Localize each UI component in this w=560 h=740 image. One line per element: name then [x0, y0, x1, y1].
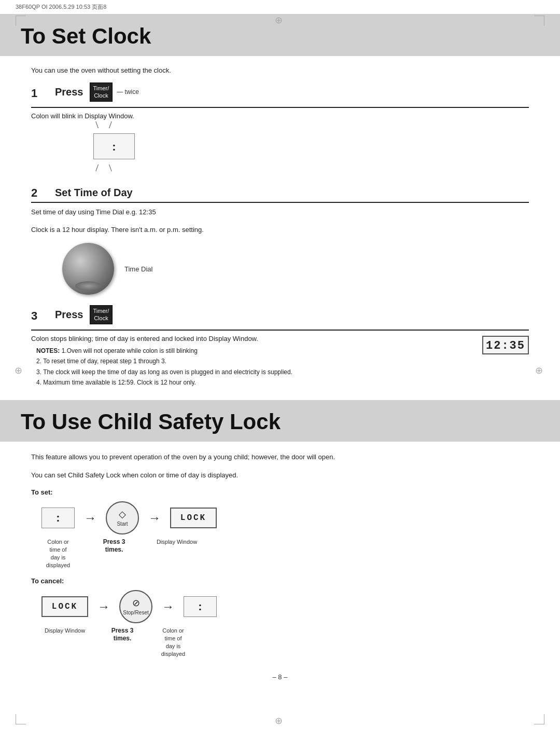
cancel-captions-row: Display Window Press 3 times. Colon or t…: [41, 626, 529, 657]
corner-mark-bl: [16, 714, 26, 724]
intro-text: You can use the oven without setting the…: [31, 66, 529, 74]
stop-reset-button[interactable]: ⊘ Stop/Reset: [119, 590, 152, 623]
timer-clock-line2: Clock: [93, 92, 109, 99]
section2-content: This feature allows you to prevent opera…: [0, 452, 560, 657]
notes-label: NOTES:: [36, 347, 60, 354]
step1-button-area: Timer/ Clock — twice: [90, 83, 139, 102]
corner-mark-tl: [16, 16, 26, 26]
cancel-arrow-2: →: [162, 599, 174, 614]
step2-header: 2 Set Time of Day: [31, 186, 529, 203]
child-lock-intro-1: This feature allows you to prevent opera…: [31, 452, 529, 463]
step1-title: Press: [55, 86, 83, 98]
cancel-caption-1: Display Window: [41, 626, 88, 634]
tick-bl: [95, 164, 99, 171]
cancel-arrow-1: →: [97, 599, 110, 614]
set-display-colon: :: [41, 508, 75, 528]
cancel-caption-colon-1: Colon or time of: [162, 627, 184, 641]
step1-display-area: :: [73, 129, 135, 163]
time-dial-circle[interactable]: [62, 243, 114, 295]
tick-tr: [109, 121, 112, 128]
cancel-display-lock: LOCK: [41, 596, 88, 617]
step2-desc-2: Clock is a 12 hour display. There isn't …: [31, 225, 529, 236]
tick-top: [98, 121, 109, 128]
display-time: 12:35: [486, 339, 525, 352]
step1-header: 1 Press Timer/ Clock — twice: [31, 83, 529, 108]
step2-desc-1: Set time of day using Time Dial e.g. 12:…: [31, 207, 529, 218]
page-number-text: – 8 –: [273, 673, 288, 681]
child-lock-intro-2: You can set Child Safety Lock when colon…: [31, 470, 529, 481]
set-press-3times: Press 3 times.: [103, 538, 125, 553]
cancel-lock-text: LOCK: [52, 602, 78, 611]
file-info: 38F60QP OI 2006.5.29 10:53 页面8: [16, 4, 106, 10]
header-bar: 38F60QP OI 2006.5.29 10:53 页面8: [0, 0, 560, 15]
step2-content: Set time of day using Time Dial e.g. 12:…: [31, 207, 529, 295]
crosshair-bottom: [275, 715, 285, 725]
cancel-display-colon: :: [184, 596, 217, 617]
tick-br: [109, 164, 112, 171]
crosshair-left: [15, 365, 25, 375]
section1-title: To Set Clock: [21, 24, 539, 49]
section2-banner: To Use Child Safety Lock: [0, 400, 560, 442]
set-caption-colon-1: Colon or time of: [47, 539, 69, 553]
to-set-label: To set:: [31, 488, 529, 496]
dial-label: Time Dial: [124, 265, 152, 273]
cancel-diag-item-2: ⊘ Stop/Reset: [119, 590, 152, 623]
step3-text-area: Colon stops blinking; time of day is ent…: [31, 335, 472, 388]
timer-clock3-line1: Timer/: [93, 307, 109, 314]
step3-title: Press: [55, 309, 83, 321]
cancel-caption-lock-text: Display Window: [45, 627, 85, 634]
set-colon-symbol: :: [56, 511, 60, 525]
step1-title-row: Press Timer/ Clock — twice: [55, 83, 139, 102]
set-caption-1: Colon or time of day is displayed: [41, 538, 75, 569]
section2-title: To Use Child Safety Lock: [21, 409, 539, 434]
step2-title: Set Time of Day: [55, 187, 133, 199]
step3-number: 3: [31, 309, 47, 323]
step3-inline-row: Colon stops blinking; time of day is ent…: [31, 335, 529, 388]
step3-content: Colon stops blinking; time of day is ent…: [31, 335, 529, 388]
cancel-diag-item-1: LOCK: [41, 596, 88, 617]
cancel-colon-symbol: :: [198, 600, 202, 613]
start-label: Start: [117, 521, 128, 527]
set-caption-colon-2: day is displayed: [46, 554, 70, 568]
cancel-caption-colon-2: day is displayed: [161, 643, 185, 657]
timer-clock-button-3[interactable]: Timer/ Clock: [90, 305, 113, 324]
set-arrow-1: →: [84, 511, 96, 525]
stop-reset-icon: ⊘: [132, 597, 140, 609]
step3-notes: NOTES: 1.Oven will not operate while col…: [36, 346, 472, 388]
set-captions-row: Colon or time of day is displayed Press …: [41, 538, 529, 569]
note1: 1.Oven will not operate while colon is s…: [62, 347, 198, 354]
step1-display-window: :: [93, 133, 135, 159]
cancel-press-3times: Press 3 times.: [111, 627, 134, 642]
page-number: – 8 –: [0, 673, 560, 681]
tick-bottom: [98, 165, 109, 172]
step3-title-row: Press Timer/ Clock: [55, 305, 113, 324]
set-caption-lock-text: Display Window: [157, 539, 197, 545]
crosshair-right: [535, 365, 545, 375]
cancel-diag-item-3: :: [184, 596, 217, 617]
timer-clock-button-1[interactable]: Timer/ Clock: [90, 83, 113, 102]
stop-reset-label: Stop/Reset: [123, 610, 148, 615]
set-diagram-row: : → ◇ Start → LOCK: [41, 501, 529, 535]
start-button[interactable]: ◇ Start: [106, 501, 139, 535]
set-diag-item-3: LOCK: [170, 508, 217, 528]
colon-symbol: :: [112, 140, 116, 153]
twice-label: — twice: [117, 88, 139, 95]
crosshair-top: [275, 15, 285, 25]
note2: 2. To reset time of day, repeat step 1 t…: [36, 358, 166, 365]
step1-number: 1: [31, 87, 47, 100]
set-diag-item-1: :: [41, 508, 75, 528]
timer-clock3-line2: Clock: [93, 314, 109, 322]
cancel-caption-colon: Colon or time of day is displayed: [157, 626, 190, 657]
section1-content: You can use the oven without setting the…: [0, 66, 560, 388]
set-caption-lock: Display Window: [153, 538, 200, 545]
step1-desc: Colon will blink in Display Window.: [31, 112, 529, 120]
corner-mark-br: [534, 714, 544, 724]
step3-display-window: 12:35: [482, 336, 529, 354]
to-cancel-label: To cancel:: [31, 577, 529, 585]
step3-desc: Colon stops blinking; time of day is ent…: [31, 335, 472, 342]
note3: 3. The clock will keep the time of day a…: [36, 368, 292, 376]
cancel-caption-btn: Press 3 times.: [106, 626, 139, 642]
note4: 4. Maximum time available is 12:59. Cloc…: [36, 379, 196, 386]
timer-clock-line1: Timer/: [93, 85, 109, 92]
set-lock-text: LOCK: [180, 513, 206, 523]
